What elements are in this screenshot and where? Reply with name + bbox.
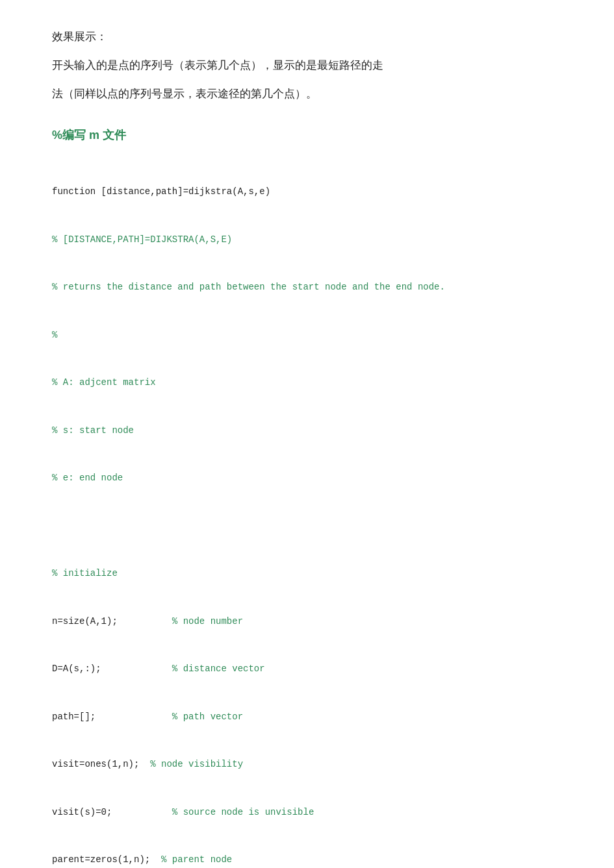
code-line-8: % initialize — [52, 565, 562, 582]
code-line-7: % e: end node — [52, 470, 562, 486]
code-line-13: visit(s)=0; % source node is unvisible — [52, 804, 562, 821]
code-line-14: parent=zeros(1,n); % parent node — [52, 852, 562, 868]
code-block: function [distance,path]=dijkstra(A,s,e)… — [52, 152, 562, 868]
section-title: %编写 m 文件 — [52, 125, 562, 145]
code-line-12: visit=ones(1,n); % node visibility — [52, 756, 562, 773]
code-line-11: path=[]; % path vector — [52, 709, 562, 725]
code-line-5: % A: adjcent matrix — [52, 375, 562, 391]
code-line-2: % [DISTANCE,PATH]=DIJKSTRA(A,S,E) — [52, 232, 562, 248]
code-line-1: function [distance,path]=dijkstra(A,s,e) — [52, 184, 562, 200]
code-line-3: % returns the distance and path between … — [52, 279, 562, 295]
intro-line1: 效果展示： — [52, 26, 562, 48]
code-line-6: % s: start node — [52, 423, 562, 439]
intro-line2: 开头输入的是点的序列号（表示第几个点），显示的是最短路径的走 — [52, 55, 562, 77]
code-line-4: % — [52, 327, 562, 343]
code-line-10: D=A(s,:); % distance vector — [52, 661, 562, 677]
intro-line3: 法（同样以点的序列号显示，表示途径的第几个点）。 — [52, 83, 562, 105]
code-line-9: n=size(A,1); % node number — [52, 614, 562, 630]
code-line-blank1 — [52, 518, 562, 534]
